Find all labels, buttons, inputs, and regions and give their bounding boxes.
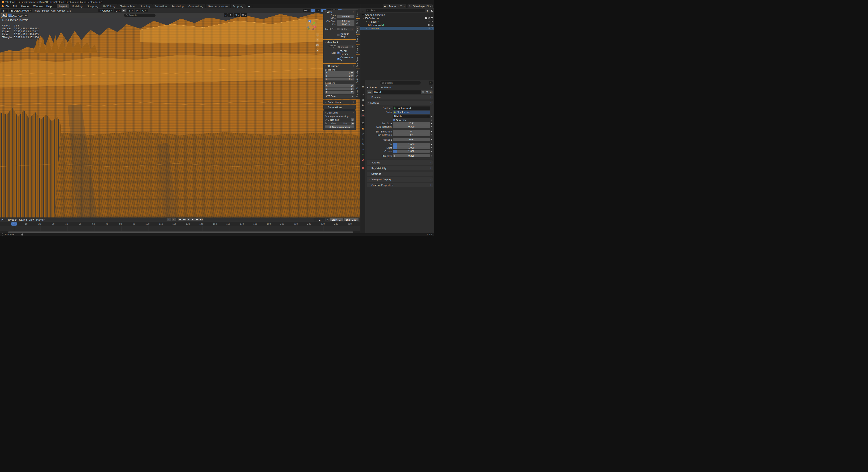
world-name-field[interactable]: World [373, 90, 421, 94]
geoscene-header[interactable]: ∨Geoscene ⠿ [324, 111, 354, 114]
current-frame-field[interactable]: 1 [314, 218, 326, 221]
pin-icon[interactable]: 📌︎ [430, 86, 433, 89]
animate-dot[interactable] [431, 147, 432, 148]
jump-to-end-button[interactable]: ▶▮ [199, 218, 204, 221]
render-visibility-icon[interactable] [431, 18, 433, 19]
timeline-editor-icon[interactable]: ◔∨ [1, 218, 4, 221]
viewport-menu-item[interactable]: GIS [66, 9, 72, 12]
marker-flag-button[interactable]: ⚑ [228, 13, 233, 17]
workspace-tab[interactable]: Geometry Nodes [206, 4, 230, 8]
drag-grip-icon[interactable]: ⠿ [353, 11, 354, 13]
proj-radio[interactable] [324, 122, 327, 124]
focal-length-field[interactable]: 50 mm [337, 15, 354, 18]
local-camera-checkbox[interactable] [337, 28, 340, 30]
auto-keying-toggle[interactable]: ○ [167, 218, 171, 221]
hide-eye-icon[interactable] [428, 24, 430, 26]
physics-properties-tab[interactable]: ⊙ [361, 142, 365, 146]
sidebar-tab[interactable]: Tool [356, 19, 360, 26]
drag-grip-icon[interactable]: ⠿ [353, 65, 354, 67]
object-row-terrain[interactable]: › ▽ terrain ▽ [360, 27, 434, 30]
clip-start-field[interactable]: 0.01 m [337, 20, 354, 23]
local-camera-field[interactable]: ▣ Ca... ✕ [340, 28, 354, 31]
breadcrumb-scene[interactable]: Scene [369, 86, 377, 89]
workspace-tab[interactable]: Shading [138, 4, 153, 8]
proportional-edit-toggle[interactable]: ◎ [135, 9, 140, 12]
value-field[interactable]: 22° [393, 130, 430, 133]
sky-model-selector[interactable]: Nishita ∨ [393, 115, 430, 118]
orientation-selector[interactable]: ↗ Global ∨ [98, 9, 113, 12]
viewport-search[interactable] [124, 13, 156, 17]
surface-section-header[interactable]: ∨Surface ⠿ [367, 101, 433, 105]
workspace-tab[interactable]: Modeling [69, 4, 85, 8]
snap-settings[interactable]: ⊪ ∨ [127, 9, 134, 12]
viewport-menu-item[interactable]: Add [50, 9, 56, 12]
play-reverse-button[interactable]: ◀ [186, 218, 191, 221]
falloff-selector[interactable]: ∿ ∨ [141, 9, 148, 12]
euler-mode-selector[interactable]: XYZ Euler ∨ [324, 95, 354, 98]
geo-coordinates-button[interactable]: ⊕ Geo-coordinates [324, 125, 354, 128]
properties-search-input[interactable] [385, 82, 419, 84]
proj-button[interactable]: Proj [340, 122, 351, 125]
timeline-track[interactable] [0, 226, 360, 231]
unlink-icon[interactable]: ✕ [429, 90, 433, 94]
cursor-rotation-field[interactable]: Y 0° [324, 88, 354, 90]
render-region-checkbox[interactable] [337, 34, 340, 36]
filter-icon[interactable]: ▼∨ [427, 9, 430, 12]
sidebar-tab[interactable]: Blosm [356, 35, 360, 44]
drag-grip-icon[interactable]: ⠿ [353, 112, 354, 114]
object-row-camera[interactable]: › Camera [360, 23, 434, 27]
collapsed-section[interactable]: › Ray Visibility ⠿ [367, 166, 433, 170]
start-frame-field[interactable]: Start 1 [330, 218, 343, 221]
outliner-search-input[interactable] [370, 9, 424, 12]
render-properties-tab[interactable] [361, 93, 365, 97]
workspace-tab[interactable]: Animation [152, 4, 169, 8]
preview-section[interactable]: ›Preview ⠿ [367, 95, 433, 99]
value-field[interactable]: 0.250 [393, 154, 430, 157]
collection-row[interactable]: ∨ Collection ✓ [360, 17, 434, 20]
animate-dot[interactable] [431, 131, 432, 132]
crs-radio[interactable] [324, 119, 327, 121]
timeline-menu-item[interactable]: Playback [6, 218, 18, 221]
collapsed-section[interactable]: › Volume ⠿ [367, 160, 433, 165]
collapsed-section[interactable]: › Annotations ⠿ [323, 105, 356, 109]
collapsed-section[interactable]: › Custom Properties ⠿ [367, 183, 433, 187]
drag-grip-icon[interactable]: ⠿ [430, 162, 431, 164]
menu-item[interactable]: Help [44, 4, 54, 8]
copy-icon[interactable]: ❐ [427, 5, 429, 8]
cursor-section-header[interactable]: ∨3D Cursor ⠿ [324, 65, 354, 67]
world-selector[interactable]: ⊕∨ [367, 90, 373, 94]
lock-object-field[interactable]: ▣ Object ✐ [337, 45, 354, 49]
scene-collection-row[interactable]: Scene Collection [360, 13, 434, 17]
animate-dot[interactable] [431, 134, 432, 135]
timeline-menu-item[interactable]: Marker [35, 218, 45, 221]
close-icon[interactable]: ✕ [352, 28, 353, 30]
sidebar-tab[interactable]: View [356, 26, 360, 34]
drag-grip-icon[interactable]: ⠿ [430, 167, 431, 169]
value-field[interactable]: 20.9° [393, 122, 430, 125]
prev-keyframe-button[interactable]: ◀◆ [182, 218, 186, 221]
geo-button[interactable]: Geo [328, 122, 340, 125]
drag-grip-icon[interactable]: ⠿ [430, 102, 431, 104]
workspace-tab[interactable]: UV Editing [101, 4, 118, 8]
cursor-location-field[interactable]: Y 0 m [324, 74, 354, 77]
outliner-search[interactable] [366, 9, 426, 12]
close-icon[interactable]: ✕ [430, 5, 432, 8]
value-field[interactable]: 0.300 [393, 125, 430, 128]
collapsed-section[interactable]: › Viewport Display ⠿ [367, 177, 433, 182]
color-texture-field[interactable]: Sky Texture [393, 111, 430, 114]
show-gizmos-toggle[interactable]: ⤢ [311, 9, 315, 12]
cursor-location-field[interactable]: X 0 m [324, 71, 354, 74]
timeline-ruler[interactable]: 1020304050607080901001101201301401501601… [0, 222, 360, 226]
playhead[interactable]: 1 [11, 222, 17, 226]
mode-selector[interactable]: ▣ Object Mode ∨ [9, 9, 32, 12]
viewport-3d[interactable]: ⊞ ∨ ▣ Object Mode ∨ ViewSelectAddObjectG… [0, 8, 360, 217]
cursor-location-field[interactable]: Z 0 m [324, 77, 354, 81]
collapse-dropdown[interactable]: ∨ [224, 13, 228, 17]
viewport-menu-item[interactable]: Object [57, 9, 66, 12]
new-collection-icon[interactable] [431, 10, 433, 11]
navigation-gizmo[interactable]: Z X Y [306, 19, 317, 31]
close-icon[interactable]: ✕ [403, 5, 405, 8]
cursor-rotation-field[interactable]: Z 0° [324, 91, 354, 94]
workspace-tab[interactable]: Texture Paint [118, 4, 138, 8]
pin-icon[interactable]: 📌︎ [397, 5, 399, 8]
